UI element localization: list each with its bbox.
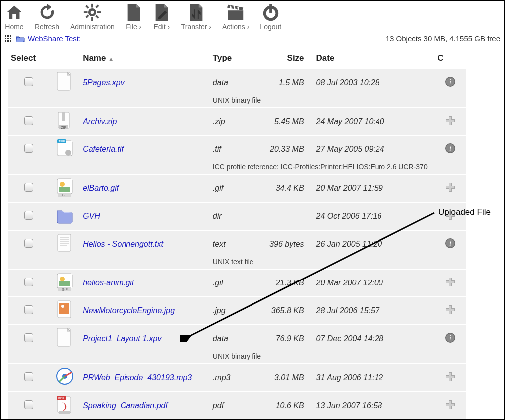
home-button[interactable]: Home xyxy=(5,3,24,31)
info-icon[interactable] xyxy=(445,76,456,87)
file-link[interactable]: Project1_Layout 1.xpv xyxy=(83,334,161,343)
file-listing: Select Name ▲ Type Size Date C 5Pages.xp… xyxy=(1,45,504,420)
app-frame: Home Refresh Administration File › Edit … xyxy=(0,0,505,420)
file-type: .tif xyxy=(210,136,255,163)
plus-icon[interactable] xyxy=(445,182,456,193)
svg-rect-4 xyxy=(97,11,101,13)
row-checkbox[interactable] xyxy=(24,211,33,220)
transfer-menu[interactable]: Transfer › xyxy=(181,3,211,31)
col-name[interactable]: Name ▲ xyxy=(80,49,210,69)
file-link[interactable]: NewMotorcycleEngine.jpg xyxy=(83,306,175,315)
row-checkbox[interactable] xyxy=(24,278,33,286)
file-detail: UNIX text file xyxy=(210,258,466,269)
row-checkbox[interactable] xyxy=(24,77,33,86)
table-row-detail: UNIX text file xyxy=(8,258,466,269)
grid-view-icon[interactable] xyxy=(5,35,13,42)
administration-button[interactable]: Administration xyxy=(70,3,115,31)
file-type: data xyxy=(210,325,255,352)
file-link[interactable]: Cafeteria.tif xyxy=(83,145,124,153)
table-row: Helios - Sonnengott.txt text 396 bytes 2… xyxy=(8,230,466,258)
file-link[interactable]: Archiv.zip xyxy=(83,117,117,126)
mp3-icon xyxy=(55,366,74,387)
row-checkbox[interactable] xyxy=(24,333,33,342)
row-checkbox[interactable] xyxy=(24,116,33,125)
row-checkbox[interactable] xyxy=(24,372,33,381)
info-icon[interactable] xyxy=(445,332,456,343)
refresh-button[interactable]: Refresh xyxy=(35,3,59,31)
file-type: .jpg xyxy=(210,297,255,325)
table-row: Project1_Layout 1.xpv data 76.9 KB 07 De… xyxy=(8,325,466,352)
table-row: Speaking_Canadian.pdf pdf 10.6 KB 13 Jun… xyxy=(8,392,466,420)
file-link[interactable]: elBarto.gif xyxy=(83,184,119,192)
file-size: 365.8 KB xyxy=(255,297,313,325)
logout-button[interactable]: Logout xyxy=(260,3,281,31)
svg-rect-7 xyxy=(96,5,99,8)
table-row: Cafeteria.tif .tif 20.33 MB 27 May 2005 … xyxy=(8,136,466,163)
file-link[interactable]: 5Pages.xpv xyxy=(83,78,125,87)
doc-icon xyxy=(55,71,74,92)
info-icon[interactable] xyxy=(445,143,456,154)
actions-menu[interactable]: Actions › xyxy=(222,3,249,31)
file-menu[interactable]: File › xyxy=(126,3,142,31)
table-row-detail: UNIX binary file xyxy=(8,352,466,364)
file-size: 34.4 KB xyxy=(255,174,313,202)
jpg-icon xyxy=(55,299,74,320)
file-link[interactable]: Speaking_Canadian.pdf xyxy=(83,401,168,410)
file-size: 10.6 KB xyxy=(255,392,313,420)
svg-rect-20 xyxy=(5,40,6,42)
edit-menu[interactable]: Edit › xyxy=(153,3,170,31)
file-link[interactable]: GVH xyxy=(83,212,100,220)
row-checkbox[interactable] xyxy=(24,144,33,153)
text-icon xyxy=(55,233,74,254)
table-row: helios-anim.gif .gif 21.3 KB 20 Mar 2007… xyxy=(8,269,466,297)
file-date: 08 Jul 2003 10:28 xyxy=(313,69,435,96)
table-row-detail: ICC profile reference: ICC-Profiles:Prin… xyxy=(8,163,466,174)
folder-open-icon[interactable] xyxy=(16,35,25,42)
table-row-detail: UNIX binary file xyxy=(8,96,466,108)
tiff-icon xyxy=(55,138,74,159)
file-date: 24 May 2007 10:40 xyxy=(313,108,435,136)
col-type[interactable]: Type xyxy=(210,49,255,69)
path-bar: WebShare Test: 13 Objects 30 MB, 4.1555 … xyxy=(1,32,504,45)
file-date: 27 May 2005 09:24 xyxy=(313,136,435,163)
svg-rect-3 xyxy=(84,11,88,13)
svg-point-0 xyxy=(90,9,95,15)
svg-rect-21 xyxy=(7,40,9,42)
file-date: 28 Jul 2006 15:57 xyxy=(313,297,435,325)
svg-rect-8 xyxy=(86,15,89,18)
row-checkbox[interactable] xyxy=(24,305,33,314)
table-row: NewMotorcycleEngine.jpg .jpg 365.8 KB 28… xyxy=(8,297,466,325)
file-size: 1.5 MB xyxy=(255,69,313,96)
transfer-label: Transfer › xyxy=(181,23,211,31)
file-link[interactable]: helios-anim.gif xyxy=(83,279,134,287)
file-type: .gif xyxy=(210,174,255,202)
row-checkbox[interactable] xyxy=(24,239,33,248)
file-link[interactable]: PRWeb_Episode_430193.mp3 xyxy=(83,373,192,382)
file-link[interactable]: Helios - Sonnengott.txt xyxy=(83,240,163,248)
plus-icon[interactable] xyxy=(445,115,456,126)
file-date: 20 Mar 2007 12:00 xyxy=(313,269,435,297)
transfer-icon xyxy=(188,3,205,22)
breadcrumb[interactable]: WebShare Test: xyxy=(28,34,81,43)
file-date: 26 Jan 2005 11:20 xyxy=(313,230,435,258)
table-row: elBarto.gif .gif 34.4 KB 20 Mar 2007 11:… xyxy=(8,174,466,202)
file-type: .mp3 xyxy=(210,364,255,392)
info-icon[interactable] xyxy=(445,238,456,249)
file-type: data xyxy=(210,69,255,96)
plus-icon[interactable] xyxy=(445,399,456,410)
file-size: 3.01 MB xyxy=(255,364,313,392)
col-date[interactable]: Date xyxy=(313,49,435,69)
plus-icon[interactable] xyxy=(445,371,456,382)
svg-rect-15 xyxy=(7,35,9,37)
row-checkbox[interactable] xyxy=(24,183,33,192)
svg-rect-14 xyxy=(5,35,6,37)
file-size: 21.3 KB xyxy=(255,269,313,297)
plus-icon[interactable] xyxy=(445,304,456,315)
col-size[interactable]: Size xyxy=(255,49,313,69)
col-c[interactable]: C xyxy=(434,49,466,69)
col-select[interactable]: Select xyxy=(8,49,50,69)
plus-icon[interactable] xyxy=(445,277,456,287)
file-size: 396 bytes xyxy=(255,230,313,258)
file-type: .zip xyxy=(210,108,255,136)
row-checkbox[interactable] xyxy=(24,400,33,409)
